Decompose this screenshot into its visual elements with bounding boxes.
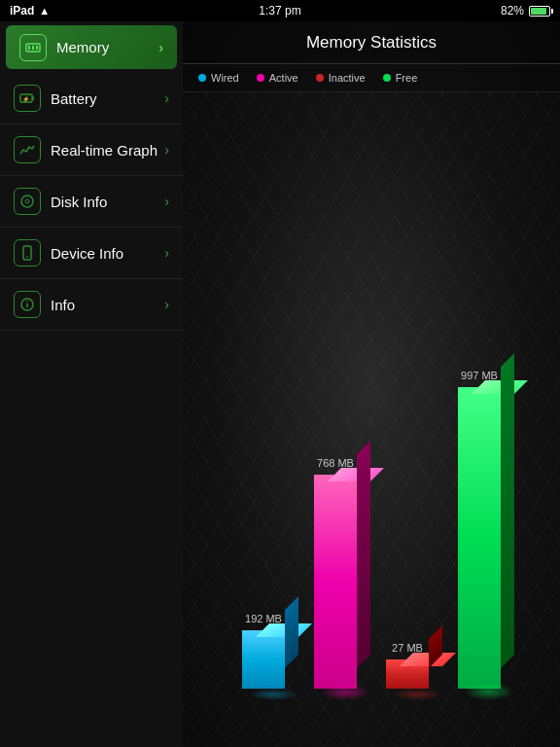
legend-dot-active [257, 74, 264, 82]
status-time: 1:37 pm [259, 4, 300, 18]
svg-point-13 [26, 301, 28, 302]
info-icon [19, 297, 35, 312]
svg-point-7 [21, 196, 33, 207]
bar-top-wired [256, 623, 312, 637]
sidebar-label-realtime: Real-time Graph [51, 142, 164, 159]
sidebar-item-realtime[interactable]: Real-time Graph › [0, 124, 183, 176]
legend-dot-wired [198, 74, 206, 82]
bar-wired-wrapper: 192 MB [242, 613, 285, 689]
bar-free [458, 387, 501, 689]
bars-container: 192 MB 768 MB [242, 370, 501, 689]
content-title: Memory Statistics [306, 33, 437, 53]
status-bar: iPad ▲ 1:37 pm 82% [0, 0, 560, 21]
chevron-battery: › [164, 90, 169, 106]
legend-wired: Wired [198, 72, 239, 84]
main-layout: Memory › ⚡ Battery › Real-time Graph [0, 21, 560, 747]
sidebar-item-device[interactable]: Device Info › [0, 228, 183, 279]
chart-area: 192 MB 768 MB [183, 92, 560, 747]
content-area: Memory Statistics Wired Active Inactive … [183, 21, 560, 747]
status-right: 82% [501, 4, 550, 18]
sidebar: Memory › ⚡ Battery › Real-time Graph [0, 21, 183, 747]
legend-inactive: Inactive [316, 72, 366, 84]
device-icon [19, 245, 35, 261]
bar-top-active [328, 468, 384, 481]
sidebar-label-device: Device Info [51, 245, 164, 262]
bar-active [314, 475, 357, 689]
sidebar-label-battery: Battery [51, 90, 164, 107]
bar-shadow-active [320, 685, 370, 700]
sidebar-item-disk[interactable]: Disk Info › [0, 176, 183, 228]
battery-icon-box: ⚡ [14, 85, 41, 112]
bar-right-wired [285, 596, 298, 668]
sidebar-label-disk: Disk Info [51, 194, 164, 210]
bar-front-wired [242, 630, 285, 689]
sidebar-item-memory[interactable]: Memory › [6, 25, 177, 69]
chevron-memory: › [158, 40, 163, 55]
chart-legend: Wired Active Inactive Free [183, 64, 560, 92]
bar-shadow-wired [248, 689, 298, 700]
legend-dot-free [383, 74, 391, 82]
chevron-info: › [164, 297, 169, 312]
realtime-icon [19, 142, 35, 158]
legend-free: Free [383, 72, 418, 84]
chevron-device: › [164, 245, 169, 261]
device-icon-box [14, 239, 41, 267]
memory-icon [25, 40, 41, 55]
bar-inactive-wrapper: 27 MB [386, 642, 429, 689]
svg-rect-2 [32, 46, 34, 50]
bar-front-active [314, 475, 357, 689]
svg-point-8 [25, 199, 29, 203]
legend-label-active: Active [269, 72, 298, 84]
chevron-realtime: › [164, 142, 169, 158]
memory-icon-box [19, 34, 47, 61]
battery-fill [531, 8, 546, 15]
realtime-icon-box [14, 136, 41, 163]
disk-icon [19, 194, 35, 209]
bar-right-free [501, 353, 514, 668]
bar-top-free [472, 380, 528, 394]
svg-rect-3 [36, 46, 38, 50]
legend-active: Active [257, 72, 298, 84]
chevron-disk: › [164, 194, 169, 209]
battery-icon [529, 6, 550, 17]
bar-inactive [386, 659, 429, 689]
bar-free-wrapper: 997 MB [458, 370, 501, 689]
info-icon-box [14, 291, 41, 318]
sidebar-label-info: Info [51, 297, 164, 313]
disk-icon-box [14, 188, 41, 215]
bar-shadow-inactive [392, 689, 442, 700]
wifi-icon: ▲ [39, 5, 50, 17]
legend-dot-inactive [316, 74, 324, 82]
bar-active-wrapper: 768 MB [314, 457, 357, 689]
bar-wired [242, 630, 285, 689]
sidebar-label-memory: Memory [56, 39, 158, 55]
status-left: iPad ▲ [10, 4, 50, 18]
svg-rect-5 [33, 96, 35, 100]
svg-rect-1 [28, 46, 30, 50]
content-header: Memory Statistics [183, 21, 560, 64]
bar-shadow-free [464, 683, 514, 700]
device-label: iPad [10, 4, 34, 18]
legend-label-free: Free [396, 72, 418, 84]
bar-top-inactive [400, 653, 456, 666]
sidebar-item-info[interactable]: Info › [0, 279, 183, 331]
battery-percent: 82% [501, 4, 524, 18]
bar-front-free [458, 387, 501, 689]
legend-label-wired: Wired [211, 72, 239, 84]
battery-nav-icon: ⚡ [19, 90, 35, 106]
svg-text:⚡: ⚡ [22, 95, 30, 103]
sidebar-item-battery[interactable]: ⚡ Battery › [0, 73, 183, 124]
bar-right-active [357, 441, 370, 668]
legend-label-inactive: Inactive [329, 72, 366, 84]
svg-rect-9 [23, 246, 31, 260]
